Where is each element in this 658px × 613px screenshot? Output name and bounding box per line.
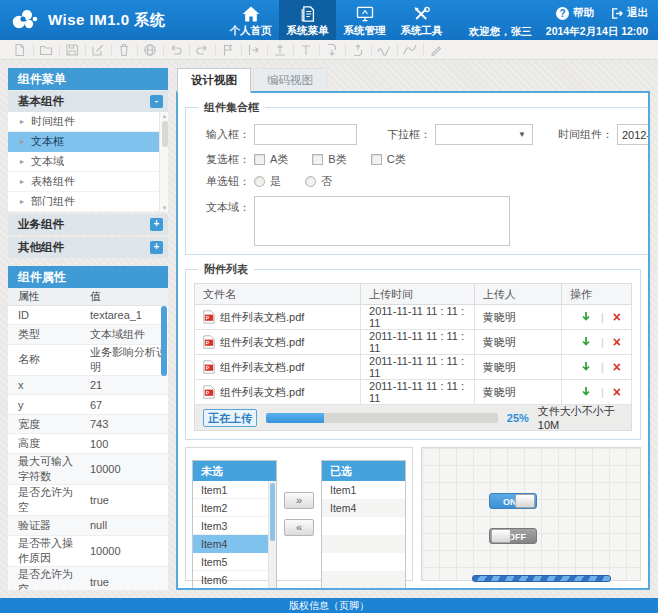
scroll-up-icon[interactable]: ▲: [161, 113, 168, 119]
list-item[interactable]: Item3: [193, 517, 276, 535]
delete-icon[interactable]: ×: [613, 387, 621, 397]
pen-icon[interactable]: [429, 43, 443, 57]
indent-icon[interactable]: [247, 43, 261, 57]
expand-icon[interactable]: +: [150, 218, 163, 231]
checkbox-option[interactable]: A类: [254, 152, 288, 167]
textarea-field[interactable]: [254, 196, 510, 246]
download-icon[interactable]: [580, 336, 592, 348]
property-row[interactable]: 是否允许为空true: [8, 485, 168, 516]
property-row[interactable]: IDtextarea_1: [8, 305, 168, 325]
checkbox-icon[interactable]: [371, 154, 382, 165]
menu-scrollbar[interactable]: ▲▼: [159, 112, 168, 212]
op-divider: |: [601, 361, 604, 373]
delete-icon[interactable]: ×: [613, 362, 621, 372]
list-item[interactable]: Item6: [193, 571, 276, 589]
list-item[interactable]: Item4: [193, 535, 276, 553]
flag-icon[interactable]: [221, 43, 235, 57]
open-folder-icon[interactable]: [39, 43, 53, 57]
globe-icon[interactable]: [143, 43, 157, 57]
property-row[interactable]: 验证器null: [8, 516, 168, 536]
checkbox-icon[interactable]: [312, 154, 323, 165]
move-left-button[interactable]: «: [284, 519, 314, 536]
export-up-icon[interactable]: [351, 43, 365, 57]
text-icon[interactable]: [299, 43, 313, 57]
uploading-button[interactable]: 正在上传: [203, 409, 257, 427]
save-icon[interactable]: [65, 43, 79, 57]
list-item[interactable]: Item2: [193, 499, 276, 517]
toggle-on-switch[interactable]: ON: [489, 493, 537, 509]
checkbox-option[interactable]: B类: [312, 152, 346, 167]
help-link[interactable]: ? 帮助: [556, 6, 594, 20]
property-row[interactable]: 类型文本域组件: [8, 325, 168, 345]
radio-option[interactable]: 否: [305, 174, 332, 189]
list-item[interactable]: Item1: [322, 481, 405, 499]
radio-icon[interactable]: [305, 176, 316, 187]
menu-item[interactable]: ▸文本域: [8, 152, 168, 172]
baseline-icon[interactable]: [273, 43, 287, 57]
delete-icon[interactable]: [117, 43, 131, 57]
property-row[interactable]: 名称业务影响分析说明: [8, 344, 168, 375]
nav-system-manage[interactable]: 系统管理: [336, 0, 393, 40]
curve-icon[interactable]: [403, 43, 417, 57]
attachment-filename[interactable]: 组件列表文档.pdf: [220, 335, 304, 350]
radio-option[interactable]: 是: [254, 174, 281, 189]
radio-icon[interactable]: [254, 176, 265, 187]
top-header: Wise IM1.0 系统 个人首页 系统菜单 系统管理 系统工具: [0, 0, 658, 40]
attachment-filename[interactable]: 组件列表文档.pdf: [220, 385, 304, 400]
list-item[interactable]: Item5: [193, 553, 276, 571]
checkbox-option[interactable]: C类: [371, 152, 406, 167]
menu-item[interactable]: ▸时间组件: [8, 112, 168, 132]
list-scrollbar[interactable]: [268, 481, 276, 590]
property-row[interactable]: y67: [8, 395, 168, 415]
property-row[interactable]: 高度100: [8, 434, 168, 454]
property-name: 类型: [8, 325, 80, 345]
property-row[interactable]: 是否带入操作原因10000: [8, 535, 168, 566]
nav-system-menu[interactable]: 系统菜单: [279, 0, 336, 40]
download-icon[interactable]: [580, 311, 592, 323]
menu-item[interactable]: ▸文本框: [8, 132, 168, 152]
attachment-filename[interactable]: 组件列表文档.pdf: [220, 310, 304, 325]
property-row[interactable]: 是否允许为空true: [8, 566, 168, 590]
move-right-button[interactable]: »: [284, 492, 314, 509]
list-item[interactable]: Item1: [193, 481, 276, 499]
edit-icon[interactable]: [91, 43, 105, 57]
list-item[interactable]: Item4: [322, 499, 405, 517]
text-input[interactable]: [254, 124, 357, 145]
menu-item[interactable]: ▸表格组件: [8, 172, 168, 192]
undo-icon[interactable]: [169, 43, 183, 57]
attachment-filename[interactable]: 组件列表文档.pdf: [220, 360, 304, 375]
download-icon[interactable]: [580, 361, 592, 373]
page-body: 组件菜单 基本组件 - ▸时间组件▸文本框▸文本域▸表格组件▸部门组件▲▼ 业务…: [0, 60, 658, 598]
list-item[interactable]: Item7: [193, 589, 276, 590]
property-row[interactable]: 宽度743: [8, 414, 168, 434]
tab-design-view[interactable]: 设计视图: [177, 68, 251, 93]
logout-link[interactable]: 退出: [610, 6, 648, 20]
property-row[interactable]: 最大可输入字符数10000: [8, 454, 168, 485]
download-icon[interactable]: [580, 386, 592, 398]
upload-progress-track: [266, 413, 498, 423]
delete-icon[interactable]: ×: [613, 337, 621, 347]
nav-personal-home[interactable]: 个人首页: [222, 0, 279, 40]
property-row[interactable]: x21: [8, 375, 168, 395]
properties-scrollbar[interactable]: [161, 306, 167, 376]
collapse-icon[interactable]: -: [150, 95, 163, 108]
dropdown-select[interactable]: ▼: [435, 124, 533, 145]
wave-icon[interactable]: [377, 43, 391, 57]
delete-icon[interactable]: ×: [613, 312, 621, 322]
attachment-row: 组件列表文档.pdf 2011-11-11 11 : 11 : 11 黄晓明 |…: [195, 380, 632, 405]
checkbox-option-label: C类: [387, 152, 406, 167]
new-file-icon[interactable]: [13, 43, 27, 57]
toggle-off-switch[interactable]: OFF: [489, 528, 537, 544]
accordion-other-components[interactable]: 其他组件 +: [8, 237, 168, 258]
accordion-business-components[interactable]: 业务组件 +: [8, 214, 168, 235]
expand-icon[interactable]: +: [150, 241, 163, 254]
tab-code-view[interactable]: 编码视图: [253, 68, 327, 91]
checkbox-icon[interactable]: [254, 154, 265, 165]
accordion-basic-components[interactable]: 基本组件 -: [8, 91, 168, 112]
nav-system-tools[interactable]: 系统工具: [393, 0, 450, 40]
scroll-down-icon[interactable]: ▼: [161, 205, 168, 211]
redo-icon[interactable]: [195, 43, 209, 57]
export-down-icon[interactable]: [325, 43, 339, 57]
date-input[interactable]: [617, 124, 650, 145]
menu-item[interactable]: ▸部门组件: [8, 192, 168, 212]
